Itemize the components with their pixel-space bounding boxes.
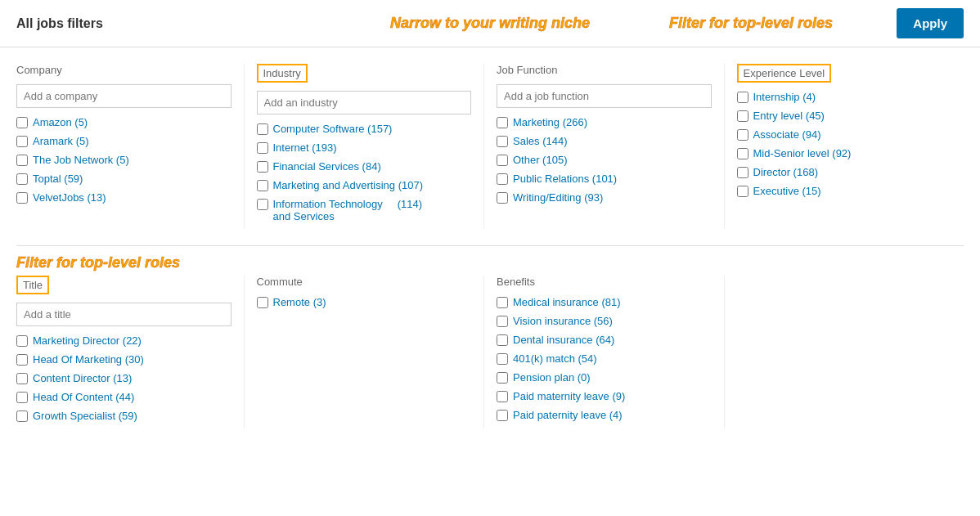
checkbox[interactable] <box>257 142 268 154</box>
checkbox[interactable] <box>497 155 508 166</box>
checkbox[interactable] <box>257 199 268 210</box>
job-function-label: Job Function <box>497 64 712 76</box>
checkbox[interactable] <box>497 334 508 346</box>
list-item: Other (105) <box>497 154 712 166</box>
checkbox[interactable] <box>16 392 28 403</box>
item-label[interactable]: Financial Services (84) <box>273 160 381 173</box>
item-label[interactable]: Internet (193) <box>273 141 337 154</box>
job-function-filter: Job Function Marketing (266)Sales (144)O… <box>484 64 725 229</box>
checkbox[interactable] <box>257 161 268 173</box>
item-label[interactable]: Public Relations (101) <box>513 173 617 185</box>
checkbox[interactable] <box>497 353 508 365</box>
checkbox[interactable] <box>497 391 508 402</box>
checkbox[interactable] <box>737 129 748 141</box>
item-label[interactable]: Marketing and Advertising (107) <box>273 179 424 191</box>
checkbox[interactable] <box>497 192 508 204</box>
item-label[interactable]: Content Director (13) <box>33 372 132 384</box>
list-item: Writing/Editing (93) <box>497 191 712 204</box>
item-label[interactable]: Vision insurance (56) <box>513 315 613 327</box>
item-label[interactable]: Marketing Director (22) <box>33 334 142 347</box>
item-label[interactable]: 401(k) match (54) <box>513 352 597 365</box>
item-label[interactable]: Amazon (5) <box>33 116 88 128</box>
list-item: VelvetJobs (13) <box>16 191 232 204</box>
checkbox[interactable] <box>497 173 508 185</box>
apply-button[interactable]: Apply <box>897 8 964 38</box>
item-label[interactable]: Head Of Marketing (30) <box>33 353 144 366</box>
item-label[interactable]: Information Technology (114)and Services <box>273 198 423 222</box>
company-input[interactable] <box>16 84 232 108</box>
list-item: Head Of Marketing (30) <box>16 353 232 366</box>
item-label[interactable]: Remote (3) <box>273 296 326 308</box>
list-item: Amazon (5) <box>16 116 232 128</box>
item-label[interactable]: Aramark (5) <box>33 135 89 147</box>
item-label[interactable]: Paid paternity leave (4) <box>513 409 623 421</box>
item-label[interactable]: Pension plan (0) <box>513 371 591 384</box>
checkbox[interactable] <box>16 411 28 422</box>
item-label[interactable]: Writing/Editing (93) <box>513 191 603 204</box>
checkbox[interactable] <box>737 186 748 197</box>
item-label[interactable]: Computer Software (157) <box>273 123 393 135</box>
industry-input[interactable] <box>257 91 472 114</box>
checkbox[interactable] <box>737 92 748 103</box>
list-item: Paid maternity leave (9) <box>497 390 712 402</box>
list-item: Head Of Content (44) <box>16 391 232 403</box>
checkbox[interactable] <box>16 117 28 128</box>
checkbox[interactable] <box>497 136 508 147</box>
item-label[interactable]: Other (105) <box>513 154 567 166</box>
benefits-filter: Benefits Medical insurance (81)Vision in… <box>484 276 725 429</box>
list-item: Executive (15) <box>737 185 952 197</box>
item-label[interactable]: Associate (94) <box>753 128 821 141</box>
checkbox[interactable] <box>16 354 28 366</box>
item-label[interactable]: VelvetJobs (13) <box>33 191 106 204</box>
list-item: Marketing and Advertising (107) <box>257 179 472 191</box>
list-item: Pension plan (0) <box>497 371 712 384</box>
checkbox[interactable] <box>16 192 28 204</box>
benefits-list: Medical insurance (81)Vision insurance (… <box>497 296 712 421</box>
job-function-input[interactable] <box>497 84 712 108</box>
list-item: Content Director (13) <box>16 372 232 384</box>
item-label[interactable]: Entry level (45) <box>753 110 825 122</box>
item-label[interactable]: Internship (4) <box>753 91 816 103</box>
list-item: Vision insurance (56) <box>497 315 712 327</box>
checkbox[interactable] <box>737 110 748 122</box>
checkbox[interactable] <box>16 373 28 384</box>
checkbox[interactable] <box>257 123 268 135</box>
industry-label: Industry <box>257 64 308 83</box>
item-label[interactable]: Paid maternity leave (9) <box>513 390 625 402</box>
checkbox[interactable] <box>257 180 268 191</box>
item-label[interactable]: Head Of Content (44) <box>33 391 134 403</box>
item-label[interactable]: Toptal (59) <box>33 173 83 185</box>
item-label[interactable]: Growth Specialist (59) <box>33 410 137 422</box>
list-item: Director (168) <box>737 166 952 178</box>
item-label[interactable]: Medical insurance (81) <box>513 296 621 308</box>
industry-list: Computer Software (157)Internet (193)Fin… <box>257 123 472 222</box>
company-list: Amazon (5)Aramark (5)The Job Network (5)… <box>16 116 232 204</box>
list-item: Marketing Director (22) <box>16 334 232 347</box>
item-label[interactable]: Executive (15) <box>753 185 821 197</box>
item-label[interactable]: Mid-Senior level (92) <box>753 147 852 159</box>
checkbox[interactable] <box>16 155 28 166</box>
item-label[interactable]: Dental insurance (64) <box>513 334 614 346</box>
item-label[interactable]: Marketing (266) <box>513 116 587 128</box>
item-label[interactable]: Director (168) <box>753 166 818 178</box>
commute-list: Remote (3) <box>257 296 472 308</box>
checkbox[interactable] <box>497 372 508 384</box>
list-item: Mid-Senior level (92) <box>737 147 952 159</box>
checkbox[interactable] <box>497 410 508 421</box>
title-input[interactable] <box>16 303 232 326</box>
checkbox[interactable] <box>257 297 268 308</box>
benefits-label: Benefits <box>497 276 712 288</box>
top-filters: Company Amazon (5)Aramark (5)The Job Net… <box>0 47 980 245</box>
checkbox[interactable] <box>16 335 28 347</box>
header: All jobs filters Narrow to your writing … <box>0 0 980 47</box>
checkbox[interactable] <box>737 167 748 178</box>
checkbox[interactable] <box>497 297 508 308</box>
checkbox[interactable] <box>497 316 508 327</box>
checkbox[interactable] <box>497 117 508 128</box>
annotation-right: Filter for top-level roles <box>669 15 833 32</box>
checkbox[interactable] <box>16 136 28 147</box>
checkbox[interactable] <box>737 148 748 159</box>
item-label[interactable]: Sales (144) <box>513 135 567 147</box>
checkbox[interactable] <box>16 173 28 185</box>
item-label[interactable]: The Job Network (5) <box>33 154 129 166</box>
